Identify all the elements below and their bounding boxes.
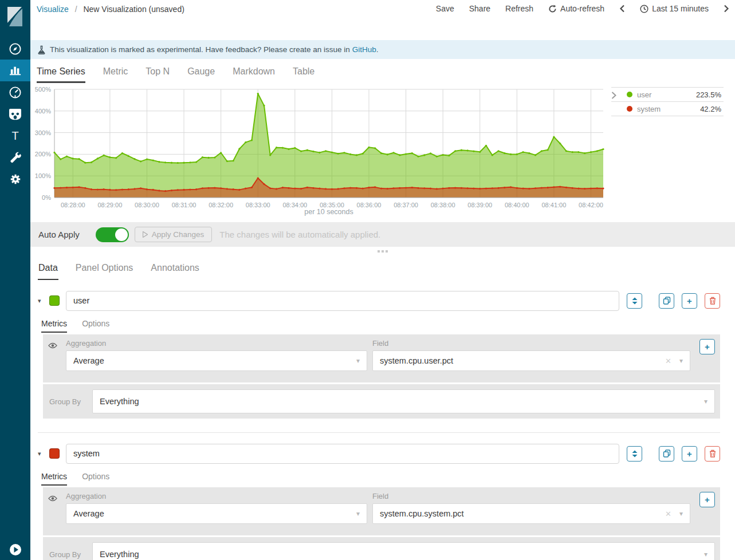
tab-options[interactable]: Options: [82, 319, 109, 333]
tab-gauge[interactable]: Gauge: [187, 59, 215, 83]
save-button[interactable]: Save: [436, 4, 454, 13]
svg-text:100%: 100%: [35, 172, 51, 179]
legend-item-user[interactable]: user 223.5%: [611, 87, 724, 101]
chevron-down-icon: ▾: [356, 510, 360, 518]
series-sort-button[interactable]: [627, 446, 642, 462]
chevron-left-icon: [619, 5, 625, 13]
eye-icon[interactable]: [48, 341, 57, 351]
svg-text:08:32:00: 08:32:00: [209, 202, 233, 208]
group-by-panel: Group By Everything ▾: [43, 537, 720, 560]
tab-options[interactable]: Options: [82, 472, 109, 486]
legend-item-system[interactable]: system 42.2%: [611, 101, 724, 116]
auto-apply-toggle[interactable]: [96, 227, 129, 242]
tab-top-n[interactable]: Top N: [146, 59, 170, 83]
field-select[interactable]: system.cpu.system.pct ✕ ▾: [372, 503, 690, 524]
breadcrumb-visualize-link[interactable]: Visualize: [37, 5, 69, 14]
series-name-input[interactable]: [66, 444, 619, 464]
field-select[interactable]: system.cpu.user.pct ✕ ▾: [372, 350, 690, 371]
main-area: Visualize / New Visualization (unsaved) …: [30, 0, 735, 560]
play-icon: [143, 231, 148, 238]
tab-panel-options[interactable]: Panel Options: [75, 259, 134, 280]
nav-item-dashboard[interactable]: [0, 81, 30, 103]
auto-refresh-button[interactable]: Auto-refresh: [548, 4, 604, 13]
chevron-right-icon: [611, 92, 616, 99]
nav-item-dev-tools[interactable]: [0, 147, 30, 168]
panel-resize-handle[interactable]: [30, 247, 735, 256]
nav-item-timelion[interactable]: [0, 103, 30, 125]
svg-text:08:36:00: 08:36:00: [357, 202, 382, 208]
wrench-icon: [9, 151, 22, 164]
svg-text:08:38:00: 08:38:00: [431, 202, 455, 208]
time-range-picker[interactable]: Last 15 minutes: [640, 4, 709, 13]
group-by-label: Group By: [49, 397, 85, 406]
kibana-logo[interactable]: [0, 0, 30, 33]
chevron-down-icon: ▾: [679, 510, 683, 518]
kibana-app: T: [0, 0, 735, 560]
aggregation-select[interactable]: Average ▾: [66, 503, 367, 524]
clear-icon[interactable]: ✕: [665, 510, 671, 518]
metrics-panel: Aggregation Average ▾ Field system.cpu.s…: [43, 487, 720, 535]
svg-text:0%: 0%: [42, 194, 51, 201]
compass-icon: [9, 42, 22, 56]
trash-icon: [709, 297, 716, 305]
share-button[interactable]: Share: [469, 4, 490, 13]
legend-value-user: 223.5%: [696, 90, 724, 99]
series-delete-button[interactable]: [705, 446, 720, 462]
add-metric-button[interactable]: +: [699, 492, 715, 507]
legend-collapse-button[interactable]: [611, 92, 616, 101]
field-label: Field: [372, 492, 690, 500]
tab-metrics[interactable]: Metrics: [41, 319, 67, 333]
group-by-select[interactable]: Everything ▾: [92, 542, 715, 560]
sort-up-down-icon: [632, 297, 638, 305]
svg-text:500%: 500%: [35, 86, 51, 93]
tab-annotations[interactable]: Annotations: [150, 259, 200, 280]
chart-legend: user 223.5% system 42.2%: [611, 87, 724, 116]
banner-suffix: .: [376, 45, 379, 54]
svg-text:08:34:00: 08:34:00: [282, 202, 307, 208]
tab-metrics[interactable]: Metrics: [41, 472, 67, 486]
aggregation-select[interactable]: Average ▾: [66, 350, 367, 371]
tab-data[interactable]: Data: [38, 259, 58, 280]
nav-item-discover[interactable]: [0, 38, 30, 60]
trash-icon: [709, 449, 716, 458]
series-name-input[interactable]: [66, 291, 619, 311]
series-editor: Data Panel Options Annotations ▾: [30, 256, 735, 560]
clear-icon[interactable]: ✕: [665, 357, 671, 365]
experimental-banner: This visualization is marked as experime…: [30, 40, 735, 59]
series-collapse-caret[interactable]: ▾: [38, 297, 48, 305]
series-collapse-caret[interactable]: ▾: [38, 450, 48, 458]
nav-item-letter-t[interactable]: T: [0, 125, 30, 147]
series-row-buttons: +: [627, 293, 720, 309]
svg-text:08:28:00: 08:28:00: [61, 202, 85, 208]
series-add-button[interactable]: +: [682, 293, 697, 309]
series-delete-button[interactable]: [705, 293, 720, 309]
series-add-button[interactable]: +: [682, 446, 697, 462]
nav-item-management[interactable]: [0, 168, 30, 190]
time-forward-button[interactable]: [724, 5, 729, 13]
group-by-select[interactable]: Everything ▾: [92, 389, 715, 413]
tab-table[interactable]: Table: [293, 59, 315, 83]
series-block-system: ▾: [38, 443, 720, 560]
svg-text:08:41:00: 08:41:00: [541, 202, 566, 208]
github-link[interactable]: GitHub: [352, 45, 376, 54]
series-color-swatch[interactable]: [49, 295, 60, 306]
eye-icon[interactable]: [48, 494, 57, 504]
series-sort-button[interactable]: [627, 293, 642, 309]
aggregation-label: Aggregation: [66, 339, 367, 348]
series-clone-button[interactable]: [659, 446, 674, 462]
series-clone-button[interactable]: [659, 293, 674, 309]
tab-metric[interactable]: Metric: [103, 59, 128, 83]
timeseries-chart[interactable]: 0%100%200%300%400%500%08:28:0008:29:0008…: [34, 85, 610, 218]
series-block-user: ▾: [38, 290, 720, 419]
tab-markdown[interactable]: Markdown: [233, 59, 275, 83]
refresh-button[interactable]: Refresh: [505, 4, 533, 13]
page-title: New Visualization (unsaved): [83, 5, 184, 14]
apply-changes-button[interactable]: Apply Changes: [135, 227, 213, 242]
nav-item-visualize[interactable]: [0, 60, 30, 81]
tab-time-series[interactable]: Time Series: [37, 59, 85, 83]
nav-collapse-button[interactable]: [0, 543, 30, 557]
time-back-button[interactable]: [619, 5, 625, 13]
add-metric-button[interactable]: +: [699, 339, 715, 354]
series-color-swatch[interactable]: [49, 448, 60, 459]
experimental-banner-text: This visualization is marked as experime…: [50, 45, 350, 54]
